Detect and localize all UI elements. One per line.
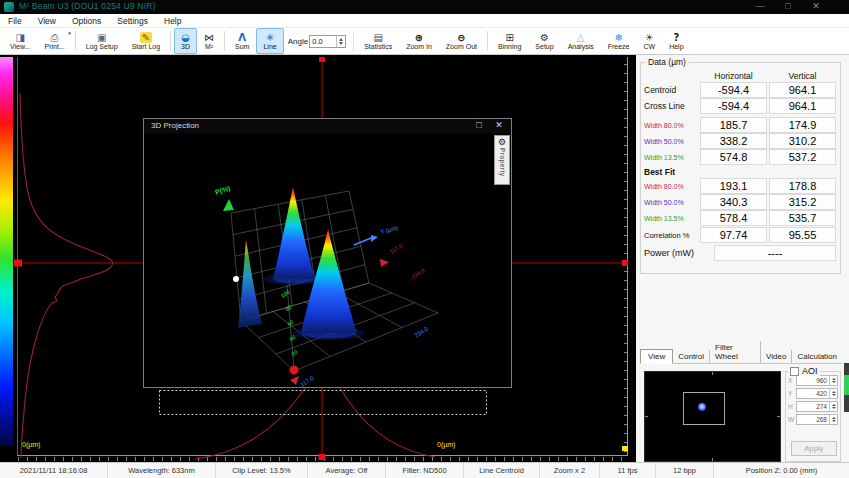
data-group-label: Data (µm) <box>645 57 689 67</box>
binning-icon: ⊞ <box>505 32 513 43</box>
print-button[interactable]: ▾ ⎙ Print... <box>38 28 72 54</box>
maximize-button[interactable]: □ <box>778 1 798 11</box>
zoom-out-icon: ⊖ <box>457 32 465 43</box>
aoi-x-field[interactable]: 960 <box>796 375 838 386</box>
tab-view[interactable]: View <box>640 349 673 364</box>
sun-icon: ☀ <box>645 32 654 43</box>
status-bpp: 12 bpp <box>656 463 714 478</box>
data-groupbox: Data (µm) Horizontal Vertical Centroid -… <box>640 62 841 274</box>
scrollbar-thumb[interactable] <box>844 363 849 412</box>
table-row: Correlation % 97.74 95.55 <box>644 226 837 244</box>
angle-spinbox[interactable]: 0.0 <box>309 35 346 48</box>
help-button[interactable]: ? Help <box>662 28 690 54</box>
zoom-in-button[interactable]: ⊕ Zoom In <box>399 28 439 54</box>
menu-options[interactable]: Options <box>64 16 109 26</box>
aoi-w-field[interactable]: 268 <box>796 414 838 425</box>
crosshair-left-marker[interactable] <box>14 260 22 267</box>
rotation-handle-dot[interactable] <box>233 276 239 282</box>
status-clip-level: Clip Level: 13.5% <box>216 463 308 478</box>
cw-button[interactable]: ☀ CW <box>637 28 663 54</box>
apply-button[interactable]: Apply <box>791 441 837 456</box>
projection-maximize-button[interactable]: □ <box>471 120 487 130</box>
print-dropdown-arrow[interactable]: ▾ <box>68 30 71 36</box>
angle-label: Angle <box>288 37 308 46</box>
app-icon <box>4 2 14 12</box>
angle-value[interactable]: 0.0 <box>310 36 336 47</box>
status-datetime: 2021/11/11 18:16:08 <box>0 463 108 478</box>
projection-close-button[interactable]: ✕ <box>491 120 507 130</box>
aoi-field-row: Y 420 <box>788 388 838 398</box>
menu-view[interactable]: View <box>30 16 64 26</box>
m2-button[interactable]: ⋈ M² <box>197 28 221 54</box>
projection-titlebar[interactable]: 3D Projection □ ✕ <box>144 119 511 134</box>
power-label: Power (mW) <box>644 248 714 258</box>
reference-marker[interactable] <box>622 446 628 451</box>
aoi-y-spinner[interactable] <box>829 389 837 398</box>
minimize-button[interactable]: — <box>750 1 770 11</box>
3d-button[interactable]: ◒ 3D <box>174 28 197 54</box>
printer-icon: ⎙ <box>51 32 59 43</box>
angle-control: Angle 0.0 <box>288 35 346 48</box>
preview-tick <box>777 416 780 417</box>
preview-tick <box>712 458 713 461</box>
crosshair-right-marker[interactable] <box>622 260 628 266</box>
table-row: Cross Line -594.4 964.1 <box>644 98 837 114</box>
toolbar-separator <box>75 31 76 51</box>
view-button[interactable]: ◨ View... <box>3 28 38 54</box>
app-titlebar[interactable]: M² Beam U3 (DOU1 0254 U9 NIR) — □ ✕ <box>0 0 849 14</box>
tab-control[interactable]: Control <box>673 350 710 363</box>
close-button[interactable]: ✕ <box>806 1 826 11</box>
tab-calculation[interactable]: Calculation <box>792 350 842 363</box>
aoi-h-field[interactable]: 274 <box>796 401 838 412</box>
best-fit-section-label: Best Fit <box>644 167 675 177</box>
start-log-button[interactable]: ✎ Start Log <box>125 28 167 54</box>
tab-filter-wheel[interactable]: Filter Wheel <box>710 341 761 363</box>
aoi-x-spinner[interactable] <box>829 376 837 385</box>
spin-down-icon[interactable] <box>339 42 343 45</box>
binning-button[interactable]: ⊞ Binning <box>491 28 528 54</box>
menu-help[interactable]: Help <box>156 16 189 26</box>
status-line-mode: Line Centroid <box>464 463 540 478</box>
gear-icon: ⚙ <box>540 32 549 43</box>
menu-file[interactable]: File <box>0 16 30 26</box>
intensity-colorbar <box>0 57 13 446</box>
property-tab-label: Property <box>499 148 506 177</box>
status-position-z: Position Z: 0.00 (mm) <box>714 463 849 478</box>
property-tab[interactable]: ⚙ Property <box>494 135 510 185</box>
statistics-button[interactable]: ▤ Statistics <box>357 28 399 54</box>
camera-preview[interactable] <box>644 371 781 462</box>
aoi-y-field[interactable]: 420 <box>796 388 838 399</box>
aoi-label: AOI <box>802 366 818 376</box>
help-icon: ? <box>673 32 679 43</box>
line-button[interactable]: ✳ Line <box>256 28 283 54</box>
analysis-icon: △ <box>577 32 585 43</box>
log-setup-button[interactable]: ▣ Log Setup <box>79 28 125 54</box>
table-row: Width 13.5% 578.4 535.7 <box>644 210 837 226</box>
crosshair-bottom-marker[interactable] <box>319 454 326 460</box>
gear-icon: ⚙ <box>498 137 506 147</box>
table-row: Width 80.0% 193.1 178.8 <box>644 178 837 194</box>
power-row: Power (mW) ---- <box>644 244 837 262</box>
analysis-button[interactable]: △ Analysis <box>561 28 601 54</box>
projection-title: 3D Projection <box>151 121 199 130</box>
aoi-groupbox: AOI X 960 Y 420 H 274 W 268 <box>785 371 841 462</box>
beam-spot <box>698 403 706 411</box>
crosshair-top-marker[interactable] <box>319 57 325 62</box>
angle-spinner-buttons[interactable] <box>336 36 345 47</box>
freeze-button[interactable]: ❄ Freeze <box>601 28 637 54</box>
statusbar: 2021/11/11 18:16:08 Wavelength: 633nm Cl… <box>0 462 849 478</box>
tab-video[interactable]: Video <box>761 350 792 363</box>
table-row: Width 50.0% 340.3 315.2 <box>644 194 837 210</box>
panel-tabstrip: View Control Filter Wheel Video Calculat… <box>640 347 842 364</box>
m2-icon: ⋈ <box>204 32 214 43</box>
spin-up-icon[interactable] <box>339 38 343 41</box>
aoi-checkbox[interactable] <box>790 367 799 376</box>
setup-button[interactable]: ⚙ Setup <box>528 28 560 54</box>
zoom-in-icon: ⊕ <box>415 32 423 43</box>
aoi-w-spinner[interactable] <box>829 415 837 424</box>
sum-button[interactable]: Λ Sum <box>228 28 256 54</box>
menu-settings[interactable]: Settings <box>109 16 156 26</box>
projection-3d-plot[interactable]: P(%) Y (μm) 100 80 60 40 20 -117.0 -234.… <box>144 133 511 387</box>
zoom-out-button[interactable]: ⊖ Zoom Out <box>439 28 484 54</box>
aoi-h-spinner[interactable] <box>829 402 837 411</box>
